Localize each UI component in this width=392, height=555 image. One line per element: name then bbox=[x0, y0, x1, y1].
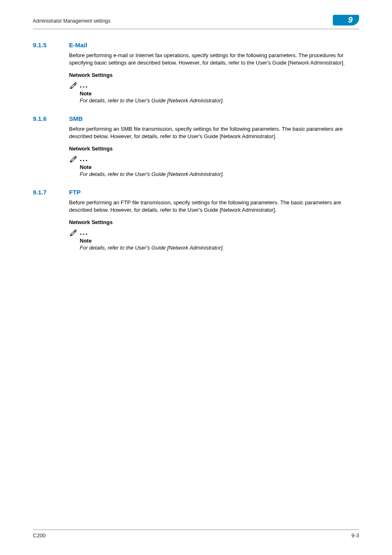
section-subheading: Network Settings bbox=[69, 72, 359, 78]
section-body-wrap: Before performing an SMB file transmissi… bbox=[69, 125, 359, 177]
section-body-wrap: Before performing e-mail or Internet fax… bbox=[69, 52, 359, 104]
pencil-icon bbox=[69, 228, 78, 237]
note-text: For details, refer to the User's Guide [… bbox=[80, 245, 359, 251]
note-dots: ... bbox=[80, 81, 88, 89]
page-footer: C200 9-3 bbox=[33, 530, 359, 539]
note-block: ... Note For details, refer to the User'… bbox=[69, 154, 359, 177]
section-title: FTP bbox=[69, 189, 81, 196]
note-dots: ... bbox=[80, 155, 88, 162]
section-subheading: Network Settings bbox=[69, 219, 359, 225]
header-title: Administrator Management settings bbox=[33, 16, 111, 24]
pencil-icon bbox=[69, 154, 78, 163]
section-title: SMB bbox=[69, 115, 83, 122]
note-label: Note bbox=[80, 164, 359, 170]
note-label: Note bbox=[80, 238, 359, 244]
section-smb: 9.1.6 SMB Before performing an SMB file … bbox=[33, 115, 359, 177]
page-header: Administrator Management settings 9 bbox=[33, 16, 359, 29]
section-subheading: Network Settings bbox=[69, 146, 359, 152]
section-heading: 9.1.5 E-Mail bbox=[33, 42, 359, 49]
pencil-icon bbox=[69, 81, 78, 90]
chapter-number-tab: 9 bbox=[333, 15, 359, 25]
page-content: 9.1.5 E-Mail Before performing e-mail or… bbox=[33, 29, 359, 251]
section-number: 9.1.5 bbox=[33, 42, 53, 49]
note-text: For details, refer to the User's Guide [… bbox=[80, 171, 359, 177]
section-body-text: Before performing an FTP file transmissi… bbox=[69, 199, 359, 213]
section-title: E-Mail bbox=[69, 42, 87, 49]
note-label: Note bbox=[80, 90, 359, 97]
note-block: ... Note For details, refer to the User'… bbox=[69, 228, 359, 251]
section-email: 9.1.5 E-Mail Before performing e-mail or… bbox=[33, 42, 359, 104]
section-body-text: Before performing an SMB file transmissi… bbox=[69, 125, 359, 140]
note-icon-row: ... bbox=[69, 228, 359, 237]
document-page: Administrator Management settings 9 9.1.… bbox=[0, 0, 392, 555]
section-body-text: Before performing e-mail or Internet fax… bbox=[69, 52, 359, 66]
note-block: ... Note For details, refer to the User'… bbox=[69, 81, 359, 104]
note-dots: ... bbox=[80, 229, 88, 236]
section-body-wrap: Before performing an FTP file transmissi… bbox=[69, 199, 359, 251]
section-number: 9.1.6 bbox=[33, 115, 53, 122]
section-ftp: 9.1.7 FTP Before performing an FTP file … bbox=[33, 189, 359, 251]
note-text: For details, refer to the User's Guide [… bbox=[80, 97, 359, 104]
footer-model: C200 bbox=[33, 532, 46, 539]
section-heading: 9.1.7 FTP bbox=[33, 189, 359, 196]
footer-page-number: 9-3 bbox=[351, 532, 359, 539]
note-icon-row: ... bbox=[69, 154, 359, 163]
section-number: 9.1.7 bbox=[33, 189, 53, 196]
section-heading: 9.1.6 SMB bbox=[33, 115, 359, 122]
note-icon-row: ... bbox=[69, 81, 359, 90]
